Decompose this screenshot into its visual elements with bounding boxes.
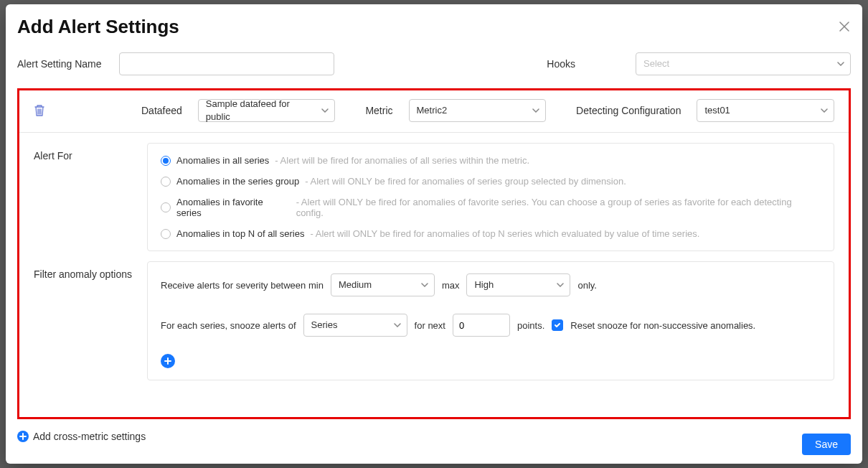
metric-label: Metric bbox=[365, 105, 392, 116]
filter-options-panel: Receive alerts for severity between min … bbox=[147, 261, 834, 380]
alert-name-label: Alert Setting Name bbox=[17, 58, 102, 70]
severity-prefix: Receive alerts for severity between min bbox=[161, 280, 324, 291]
radio-label: Anomalies in all series bbox=[176, 155, 269, 166]
severity-max-select[interactable]: High bbox=[466, 273, 570, 296]
reset-snooze-checkbox[interactable] bbox=[552, 319, 563, 331]
alert-for-label: Alert For bbox=[34, 143, 141, 251]
add-alert-settings-modal: Add Alert Settings Alert Setting Name Ho… bbox=[6, 4, 862, 464]
metric-value: Metric2 bbox=[417, 104, 448, 117]
radio-favorite-series[interactable] bbox=[161, 202, 171, 212]
hooks-placeholder: Select bbox=[643, 57, 669, 70]
chevron-down-icon bbox=[321, 108, 329, 113]
chevron-down-icon bbox=[532, 108, 539, 113]
snooze-points-input[interactable] bbox=[453, 314, 510, 337]
datafeed-label: Datafeed bbox=[141, 105, 182, 116]
add-cross-metric-label: Add cross-metric settings bbox=[33, 431, 146, 442]
close-icon[interactable] bbox=[838, 19, 851, 35]
severity-max-value: High bbox=[474, 279, 494, 291]
chevron-down-icon bbox=[557, 283, 564, 287]
radio-desc: - Alert will be fired for anomalies of a… bbox=[275, 155, 529, 166]
modal-title: Add Alert Settings bbox=[17, 16, 179, 38]
chevron-down-icon bbox=[821, 108, 828, 113]
chevron-down-icon bbox=[837, 62, 844, 66]
max-label: max bbox=[442, 280, 460, 291]
radio-label: Anomalies in favorite series bbox=[176, 197, 291, 218]
radio-desc: - Alert will ONLY be fired for anomalies… bbox=[296, 197, 821, 218]
datafeed-value: Sample datafeed for public bbox=[206, 98, 315, 123]
alert-for-panel: Anomalies in all series - Alert will be … bbox=[147, 143, 834, 251]
snooze-prefix: For each series, snooze alerts of bbox=[161, 320, 296, 331]
filter-options-label: Filter anomaly options bbox=[34, 261, 141, 380]
radio-top-n-series[interactable] bbox=[161, 229, 171, 239]
reset-snooze-label: Reset snooze for non-successive anomalie… bbox=[570, 320, 755, 331]
detecting-config-label: Detecting Configuration bbox=[576, 105, 681, 116]
severity-min-value: Medium bbox=[339, 279, 372, 291]
severity-suffix: only. bbox=[577, 280, 597, 291]
hooks-select[interactable]: Select bbox=[636, 52, 851, 75]
snooze-suffix: points. bbox=[517, 320, 544, 331]
metric-select[interactable]: Metric2 bbox=[409, 99, 547, 122]
radio-desc: - Alert will ONLY be fired for anomalies… bbox=[305, 176, 626, 187]
add-filter-icon[interactable] bbox=[161, 354, 175, 368]
plus-circle-icon bbox=[17, 431, 29, 442]
severity-min-select[interactable]: Medium bbox=[331, 273, 435, 296]
chevron-down-icon bbox=[421, 283, 428, 287]
snooze-unit-select[interactable]: Series bbox=[303, 314, 407, 337]
radio-all-series[interactable] bbox=[161, 156, 171, 166]
alert-config-group: Datafeed Sample datafeed for public Metr… bbox=[17, 88, 851, 419]
save-button[interactable]: Save bbox=[802, 434, 851, 455]
detecting-config-value: test01 bbox=[704, 104, 730, 117]
radio-label: Anomalies in the series group bbox=[176, 176, 299, 187]
detecting-config-select[interactable]: test01 bbox=[697, 99, 834, 122]
trash-icon[interactable] bbox=[34, 104, 45, 117]
add-cross-metric-button[interactable]: Add cross-metric settings bbox=[17, 431, 146, 442]
radio-desc: - Alert will ONLY be fired for anomalies… bbox=[310, 228, 699, 239]
snooze-mid: for next bbox=[415, 320, 445, 331]
datafeed-select[interactable]: Sample datafeed for public bbox=[198, 99, 336, 122]
chevron-down-icon bbox=[394, 323, 401, 327]
radio-label: Anomalies in top N of all series bbox=[176, 228, 304, 239]
alert-name-input[interactable] bbox=[119, 52, 334, 75]
hooks-label: Hooks bbox=[547, 58, 575, 70]
radio-series-group[interactable] bbox=[161, 177, 171, 187]
snooze-unit-value: Series bbox=[311, 319, 338, 332]
